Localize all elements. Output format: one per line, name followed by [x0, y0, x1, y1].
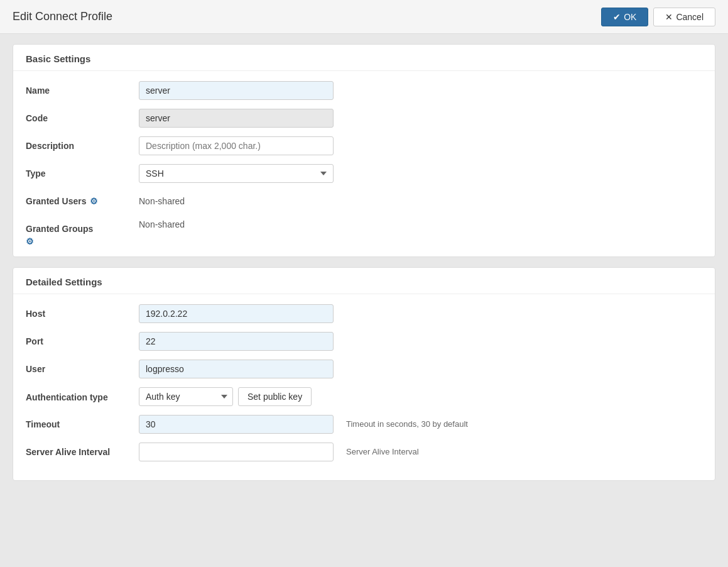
code-row: Code	[26, 109, 702, 128]
page-title: Edit Connect Profile	[13, 10, 112, 23]
basic-settings-section: Basic Settings Name Code	[13, 44, 715, 257]
code-label: Code	[26, 109, 139, 123]
user-row: User	[26, 360, 702, 378]
name-control	[139, 81, 334, 100]
header: Edit Connect Profile ✔ OK ✕ Cancel	[0, 0, 728, 34]
server-alive-hint: Server Alive Interval	[346, 443, 419, 456]
port-row: Port	[26, 332, 702, 351]
basic-settings-title: Basic Settings	[13, 45, 715, 71]
name-input[interactable]	[139, 81, 334, 100]
auth-type-control: Auth key Password Set public key	[139, 387, 334, 406]
description-input[interactable]	[139, 136, 334, 155]
timeout-input[interactable]	[139, 415, 334, 434]
granted-groups-row: Granted Groups ⚙ Non-shared	[26, 215, 702, 246]
auth-type-row: Authentication type Auth key Password Se…	[26, 387, 702, 406]
name-row: Name	[26, 81, 702, 100]
basic-settings-body: Name Code Description	[13, 71, 715, 256]
ok-button[interactable]: ✔ OK	[601, 8, 648, 26]
server-alive-label: Server Alive Interval	[26, 443, 139, 457]
description-row: Description	[26, 136, 702, 155]
content: Basic Settings Name Code	[0, 34, 728, 491]
detailed-settings-body: Host Port User	[13, 294, 715, 480]
granted-users-label-group: Granted Users ⚙	[26, 196, 139, 206]
type-select[interactable]: SSH Telnet RDP	[139, 164, 334, 183]
granted-groups-label-wrapper: Granted Groups ⚙	[26, 215, 139, 246]
cancel-button[interactable]: ✕ Cancel	[653, 8, 715, 26]
auth-select-wrapper: Auth key Password	[139, 387, 233, 406]
type-control: SSH Telnet RDP	[139, 164, 334, 183]
description-label: Description	[26, 136, 139, 151]
server-alive-input[interactable]	[139, 443, 334, 461]
granted-groups-label-text: Granted Groups	[26, 224, 139, 234]
host-control	[139, 304, 334, 323]
server-alive-control	[139, 443, 334, 461]
ok-check-icon: ✔	[613, 12, 621, 22]
granted-groups-value: Non-shared	[139, 215, 185, 229]
granted-users-label-wrapper: Granted Users ⚙	[26, 192, 139, 206]
port-label: Port	[26, 332, 139, 346]
granted-groups-gear-icon[interactable]: ⚙	[26, 236, 139, 246]
granted-users-gear-icon[interactable]: ⚙	[90, 196, 98, 206]
detailed-settings-title: Detailed Settings	[13, 268, 715, 294]
ok-label: OK	[624, 12, 636, 22]
detailed-settings-section: Detailed Settings Host Port	[13, 267, 715, 481]
description-control	[139, 136, 334, 155]
name-label: Name	[26, 81, 139, 96]
granted-users-row: Granted Users ⚙ Non-shared	[26, 192, 702, 206]
granted-groups-label-group: Granted Groups ⚙	[26, 219, 139, 246]
timeout-row: Timeout Timeout in seconds, 30 by defaul…	[26, 415, 702, 434]
host-input[interactable]	[139, 304, 334, 323]
timeout-label: Timeout	[26, 415, 139, 429]
auth-type-select[interactable]: Auth key Password	[139, 387, 233, 406]
cancel-x-icon: ✕	[665, 12, 673, 22]
user-input[interactable]	[139, 360, 334, 378]
type-row: Type SSH Telnet RDP	[26, 164, 702, 183]
server-alive-row: Server Alive Interval Server Alive Inter…	[26, 443, 702, 461]
type-select-wrapper: SSH Telnet RDP	[139, 164, 334, 183]
granted-users-value: Non-shared	[139, 192, 185, 206]
timeout-hint: Timeout in seconds, 30 by default	[346, 415, 468, 429]
port-input[interactable]	[139, 332, 334, 351]
user-control	[139, 360, 334, 378]
granted-users-label-text: Granted Users	[26, 196, 86, 206]
code-control	[139, 109, 334, 128]
timeout-control	[139, 415, 334, 434]
type-label: Type	[26, 164, 139, 179]
header-buttons: ✔ OK ✕ Cancel	[601, 8, 715, 26]
code-input[interactable]	[139, 109, 334, 128]
set-public-key-button[interactable]: Set public key	[238, 387, 312, 406]
auth-type-label: Authentication type	[26, 387, 139, 404]
host-row: Host	[26, 304, 702, 323]
auth-type-input-group: Auth key Password Set public key	[139, 387, 334, 406]
page-wrapper: Edit Connect Profile ✔ OK ✕ Cancel Basic…	[0, 0, 728, 567]
port-control	[139, 332, 334, 351]
host-label: Host	[26, 304, 139, 319]
user-label: User	[26, 360, 139, 374]
cancel-label: Cancel	[676, 12, 704, 22]
